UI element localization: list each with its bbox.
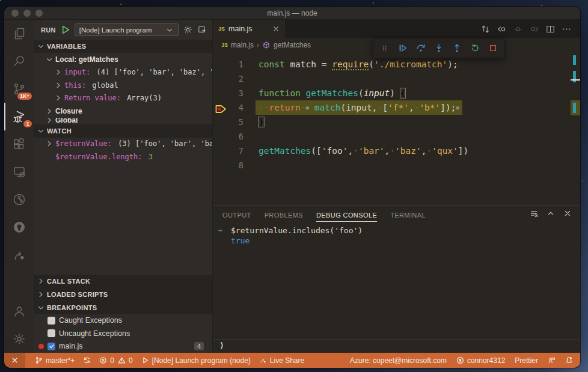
activity-item-search[interactable] bbox=[4, 47, 34, 75]
overview-ruler[interactable] bbox=[571, 52, 580, 205]
panel-tab-debug-console[interactable]: DEBUG CONSOLE bbox=[316, 208, 377, 222]
breakpoint-checkbox[interactable] bbox=[47, 343, 55, 350]
console-input[interactable]: ⟩ bbox=[213, 339, 580, 351]
status-label: Prettier bbox=[515, 356, 538, 365]
variable-row[interactable]: Closure bbox=[34, 105, 212, 118]
status-item-debug-target[interactable]: [Node] Launch program (node) bbox=[141, 353, 251, 368]
status-item-github-account[interactable]: connor4312 bbox=[456, 353, 505, 368]
step-forward-icon[interactable] bbox=[528, 23, 541, 35]
activity-item-settings[interactable] bbox=[4, 325, 34, 353]
traffic-lights[interactable] bbox=[11, 10, 43, 17]
activity-item-explorer[interactable] bbox=[4, 20, 34, 47]
variable-row[interactable]: this: global bbox=[34, 79, 212, 92]
more-actions-icon[interactable] bbox=[560, 23, 573, 35]
restart-icon[interactable] bbox=[467, 40, 483, 56]
activity-item-remote-explorer[interactable] bbox=[4, 158, 34, 186]
code-token bbox=[301, 88, 306, 98]
activity-item-live-share[interactable] bbox=[4, 241, 34, 269]
tab-main-js[interactable]: JS main.js bbox=[213, 20, 285, 38]
stop-icon[interactable] bbox=[485, 40, 501, 56]
status-item-notifications[interactable] bbox=[565, 353, 573, 368]
gripper-icon[interactable] bbox=[376, 40, 393, 56]
continue-icon[interactable] bbox=[394, 40, 411, 56]
close-icon[interactable] bbox=[563, 209, 572, 220]
chevron-down-icon bbox=[37, 303, 45, 312]
breakpoints-section-header[interactable]: BREAKPOINTS bbox=[34, 301, 212, 314]
breakpoints-title: BREAKPOINTS bbox=[47, 304, 97, 311]
status-item-live-share[interactable]: Live Share bbox=[259, 353, 304, 368]
minimize-window-button[interactable] bbox=[23, 10, 31, 17]
launch-config-dropdown[interactable]: [Node] Launch program bbox=[75, 23, 179, 36]
variable-row[interactable]: Global bbox=[34, 118, 212, 124]
code-token: , bbox=[409, 103, 414, 112]
activity-item-accounts[interactable] bbox=[4, 297, 34, 325]
step-out-icon[interactable] bbox=[449, 40, 465, 56]
status-item-azure-account[interactable]: Azure: copeet@microsoft.com bbox=[350, 353, 447, 368]
variable-row[interactable]: input: (4) ['foo', 'bar', 'baz', 'qux'] bbox=[34, 66, 212, 79]
breadcrumb-file[interactable]: main.js bbox=[231, 41, 254, 49]
chevron-right-icon bbox=[45, 139, 54, 148]
split-editor-icon[interactable] bbox=[544, 23, 557, 35]
breadcrumb-symbol[interactable]: getMatches bbox=[274, 41, 311, 49]
breakpoint-row[interactable]: main.js4 bbox=[34, 340, 212, 353]
step-back-icon[interactable] bbox=[512, 23, 524, 35]
activity-item-source-control[interactable]: 1K+ bbox=[4, 75, 34, 103]
panel-tab-problems[interactable]: PROBLEMS bbox=[265, 208, 303, 222]
panel-tab-output[interactable]: OUTPUT bbox=[222, 208, 251, 222]
call-stack-section-header[interactable]: CALL STACK bbox=[34, 275, 212, 288]
open-changes-icon[interactable] bbox=[479, 23, 492, 35]
close-icon[interactable] bbox=[272, 25, 280, 32]
breakpoint-checkbox[interactable] bbox=[47, 317, 55, 325]
open-debug-console-icon[interactable] bbox=[197, 25, 207, 35]
status-item-warnings[interactable]: 0 bbox=[118, 353, 133, 368]
vscode-window: main.js — node 1K+1 RUN [Node] Launch pr… bbox=[4, 7, 580, 368]
chevron-down-icon bbox=[45, 55, 54, 64]
breakpoint-row[interactable]: Caught Exceptions bbox=[34, 314, 212, 328]
code-line-7: 7getMatches(['foo',·'bar',·'baz',·'qux']… bbox=[213, 144, 569, 158]
activity-item-extensions[interactable] bbox=[4, 130, 34, 158]
variable-row[interactable]: Local: getMatches bbox=[34, 53, 212, 66]
status-item-prettier[interactable]: Prettier bbox=[515, 353, 538, 368]
loaded-scripts-section-header[interactable]: LOADED SCRIPTS bbox=[34, 288, 212, 301]
activity-item-github[interactable] bbox=[4, 213, 34, 241]
panel-tab-terminal[interactable]: TERMINAL bbox=[390, 208, 426, 222]
code-line-2: 2 bbox=[213, 72, 569, 86]
code-editor[interactable]: 1const match = require('./micromatch');2… bbox=[213, 52, 580, 205]
editor-actions bbox=[479, 20, 580, 38]
reverse-continue-icon[interactable] bbox=[495, 23, 508, 35]
status-label: 0 bbox=[110, 356, 114, 365]
workbench: 1K+1 RUN [Node] Launch program VARIABLES… bbox=[4, 20, 580, 353]
breakpoint-checkbox[interactable] bbox=[47, 329, 55, 337]
zoom-window-button[interactable] bbox=[35, 10, 43, 17]
code-line-4: 4··return·● match(input,·['f*',·'b*']);● bbox=[213, 100, 569, 115]
error-icon bbox=[99, 356, 107, 364]
watch-row[interactable]: $returnValue.length: 3 bbox=[34, 150, 212, 163]
debug-console[interactable]: → $returnValue.includes('foo') true ⟩ bbox=[213, 224, 580, 353]
status-item-remote-indicator[interactable] bbox=[4, 353, 25, 368]
status-item-sync[interactable] bbox=[83, 353, 91, 368]
activity-item-run-debug[interactable]: 1 bbox=[4, 103, 34, 130]
variable-row[interactable]: Return value: Array(3) bbox=[34, 92, 212, 105]
clear-console-icon[interactable] bbox=[530, 209, 538, 220]
breakpoint-line-badge: 4 bbox=[194, 342, 204, 350]
chevron-up-icon[interactable] bbox=[547, 209, 555, 220]
status-item-git-branch[interactable]: master*+ bbox=[35, 353, 75, 368]
tab-label: main.js bbox=[228, 25, 269, 33]
watch-section-header[interactable]: WATCH bbox=[34, 124, 212, 138]
chevron-right-icon bbox=[54, 68, 63, 76]
watch-row[interactable]: $returnValue: (3) ['foo', 'bar', 'baz'] bbox=[34, 138, 212, 151]
variables-section-header[interactable]: VARIABLES bbox=[34, 40, 212, 53]
start-debug-button[interactable] bbox=[60, 25, 70, 35]
step-over-icon[interactable] bbox=[412, 40, 429, 56]
breakpoint-row[interactable]: Uncaught Exceptions bbox=[34, 327, 212, 340]
step-into-icon[interactable] bbox=[430, 40, 447, 56]
live-share-icon bbox=[12, 248, 26, 262]
status-item-errors[interactable]: 0 bbox=[99, 353, 114, 368]
gear-icon[interactable] bbox=[183, 25, 193, 35]
line-number: 2 bbox=[213, 72, 243, 86]
breakpoint-label: Caught Exceptions bbox=[59, 316, 122, 325]
status-item-feedback[interactable] bbox=[548, 353, 556, 368]
close-window-button[interactable] bbox=[11, 10, 19, 17]
js-file-icon: JS bbox=[218, 26, 225, 32]
activity-item-gitlens[interactable] bbox=[4, 186, 34, 213]
